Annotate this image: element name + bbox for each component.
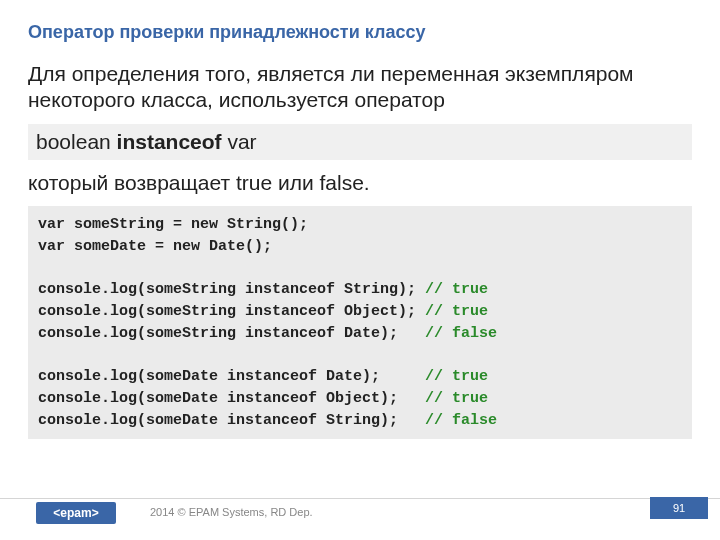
page-number: 91 (650, 497, 708, 519)
result-paragraph: который возвращает true или false. (28, 170, 692, 196)
code-line: var someDate = new Date(); (38, 238, 272, 255)
intro-paragraph: Для определения того, является ли переме… (28, 61, 692, 114)
footer-divider (0, 498, 720, 499)
code-line: console.log(someString instanceof String… (38, 281, 425, 298)
code-comment: // true (425, 390, 488, 407)
code-line: var someString = new String(); (38, 216, 308, 233)
code-comment: // false (425, 325, 497, 342)
code-line: console.log(someDate instanceof Object); (38, 390, 425, 407)
code-line: console.log(someDate instanceof String); (38, 412, 425, 429)
code-comment: // true (425, 281, 488, 298)
syntax-post: var (222, 130, 257, 153)
slide: Оператор проверки принадлежности классу … (0, 0, 720, 540)
syntax-keyword: instanceof (117, 130, 222, 153)
code-comment: // false (425, 412, 497, 429)
code-comment: // true (425, 368, 488, 385)
syntax-box: boolean instanceof var (28, 124, 692, 160)
slide-title: Оператор проверки принадлежности классу (28, 22, 692, 43)
footer-copyright: 2014 © EPAM Systems, RD Dep. (150, 506, 313, 518)
code-line: console.log(someString instanceof Object… (38, 303, 425, 320)
code-comment: // true (425, 303, 488, 320)
syntax-pre: boolean (36, 130, 117, 153)
code-line: console.log(someString instanceof Date); (38, 325, 425, 342)
footer: <epam> 2014 © EPAM Systems, RD Dep. 91 (0, 498, 720, 528)
code-block: var someString = new String(); var someD… (28, 206, 692, 440)
code-line: console.log(someDate instanceof Date); (38, 368, 425, 385)
logo-badge: <epam> (36, 502, 116, 524)
